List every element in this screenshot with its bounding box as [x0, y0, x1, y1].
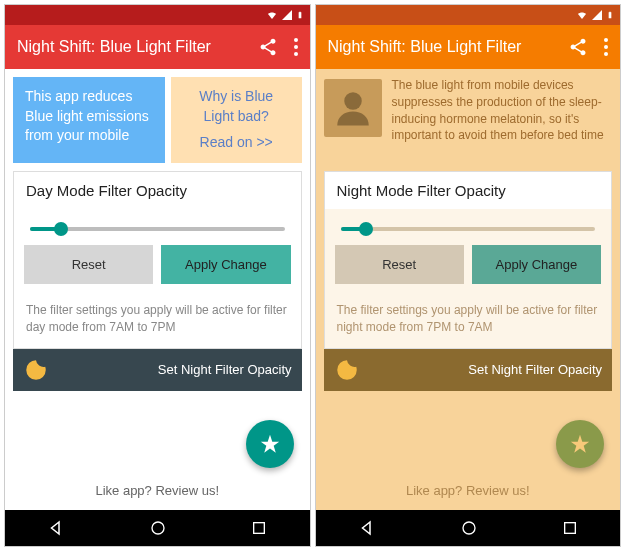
slider-thumb[interactable] — [54, 222, 68, 236]
status-bar — [316, 5, 621, 25]
menu-icon[interactable] — [604, 38, 608, 56]
avatar — [324, 79, 382, 137]
svg-point-5 — [604, 38, 608, 42]
phone-right: Night Shift: Blue Light Filter The blue … — [315, 4, 622, 547]
moon-icon — [334, 357, 360, 383]
svg-rect-4 — [254, 523, 265, 534]
filter-description: The filter settings you apply will be ac… — [14, 294, 301, 348]
info-box-why-title: Why is Blue Light bad? — [183, 87, 290, 126]
slider-thumb[interactable] — [359, 222, 373, 236]
filter-card: Night Mode Filter Opacity Reset Apply Ch… — [324, 171, 613, 349]
review-prompt[interactable]: Like app? Review us! — [316, 463, 621, 510]
svg-point-0 — [294, 38, 298, 42]
apply-button[interactable]: Apply Change — [472, 245, 601, 284]
star-icon — [569, 433, 591, 455]
app-bar: Night Shift: Blue Light Filter — [316, 25, 621, 69]
signal-icon — [281, 9, 293, 21]
set-night-row[interactable]: Set Night Filter Opacity — [324, 349, 613, 391]
recent-icon[interactable] — [562, 520, 578, 536]
set-night-label: Set Night Filter Opacity — [468, 362, 602, 377]
fab-star[interactable] — [246, 420, 294, 468]
back-icon[interactable] — [47, 519, 65, 537]
recent-icon[interactable] — [251, 520, 267, 536]
reset-button[interactable]: Reset — [24, 245, 153, 284]
menu-icon[interactable] — [294, 38, 298, 56]
filter-description: The filter settings you apply will be ac… — [325, 294, 612, 348]
info-box-why-link: Read on >> — [183, 133, 290, 153]
info-text: The blue light from mobile devices suppr… — [392, 77, 613, 163]
card-title: Night Mode Filter Opacity — [325, 172, 612, 209]
home-icon[interactable] — [150, 520, 166, 536]
svg-point-6 — [604, 45, 608, 49]
svg-point-8 — [344, 92, 362, 110]
battery-icon — [296, 9, 304, 21]
signal-icon — [591, 9, 603, 21]
set-night-label: Set Night Filter Opacity — [158, 362, 292, 377]
reset-button[interactable]: Reset — [335, 245, 464, 284]
battery-icon — [606, 9, 614, 21]
app-title: Night Shift: Blue Light Filter — [17, 38, 258, 56]
info-box-why[interactable]: Why is Blue Light bad? Read on >> — [171, 77, 302, 163]
set-night-row[interactable]: Set Night Filter Opacity — [13, 349, 302, 391]
wifi-icon — [576, 9, 588, 21]
svg-point-1 — [294, 45, 298, 49]
svg-rect-10 — [564, 523, 575, 534]
content-area: This app reduces Blue light emissions fr… — [5, 69, 310, 510]
svg-point-3 — [152, 522, 164, 534]
review-prompt[interactable]: Like app? Review us! — [5, 463, 310, 510]
nav-bar — [5, 510, 310, 546]
back-icon[interactable] — [358, 519, 376, 537]
phone-left: Night Shift: Blue Light Filter This app … — [4, 4, 311, 547]
home-icon[interactable] — [461, 520, 477, 536]
nav-bar — [316, 510, 621, 546]
share-icon[interactable] — [568, 37, 588, 57]
opacity-slider[interactable] — [341, 227, 596, 231]
filter-card: Day Mode Filter Opacity Reset Apply Chan… — [13, 171, 302, 349]
app-title: Night Shift: Blue Light Filter — [328, 38, 569, 56]
info-box-reduces: This app reduces Blue light emissions fr… — [13, 77, 165, 163]
fab-star[interactable] — [556, 420, 604, 468]
svg-point-7 — [604, 52, 608, 56]
app-bar: Night Shift: Blue Light Filter — [5, 25, 310, 69]
svg-point-9 — [463, 522, 475, 534]
share-icon[interactable] — [258, 37, 278, 57]
card-title: Day Mode Filter Opacity — [14, 172, 301, 209]
content-area: The blue light from mobile devices suppr… — [316, 69, 621, 510]
status-bar — [5, 5, 310, 25]
svg-point-2 — [294, 52, 298, 56]
star-icon — [259, 433, 281, 455]
opacity-slider[interactable] — [30, 227, 285, 231]
apply-button[interactable]: Apply Change — [161, 245, 290, 284]
moon-icon — [23, 357, 49, 383]
wifi-icon — [266, 9, 278, 21]
